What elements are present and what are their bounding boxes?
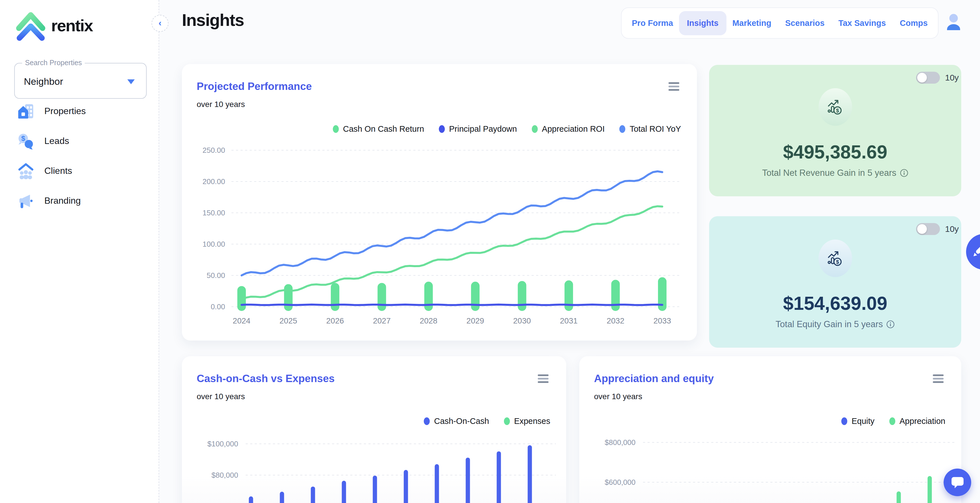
bar (404, 470, 408, 503)
stat-icon-circle: $ (819, 88, 852, 126)
legend-item[interactable]: Total ROI YoY (619, 125, 681, 134)
chat-button[interactable] (943, 469, 971, 496)
edit-button[interactable] (966, 234, 980, 270)
sidebar-collapse-button[interactable]: ‹ (151, 15, 169, 32)
chart-dollar-icon: $ (826, 97, 845, 117)
legend-dot-icon (889, 417, 895, 425)
legend-item[interactable]: Principal Paydown (439, 125, 517, 134)
bar (311, 487, 315, 503)
chart-dollar-icon: $ (826, 249, 845, 268)
tab-scenarios[interactable]: Scenarios (785, 19, 824, 28)
search-properties-label: Search Properties (22, 59, 85, 67)
line-series (242, 305, 662, 305)
chart-legend: EquityAppreciation (841, 417, 945, 426)
legend-dot-icon (841, 417, 847, 425)
legend-label: Total ROI YoY (630, 125, 681, 134)
y-axis-tick: 50.00 (207, 271, 225, 279)
equity-gain-caption: Total Equity Gain in 5 years (709, 319, 961, 329)
x-axis-tick: 2025 (279, 316, 297, 325)
cash-vs-expenses-card: Cash-on-Cash vs Expenses over 10 years C… (182, 356, 566, 503)
page-title: Insights (182, 10, 244, 30)
sidebar-item-properties[interactable]: Properties (0, 96, 159, 126)
bar (611, 279, 620, 311)
x-axis-tick: 2024 (233, 316, 250, 325)
brand-logo[interactable]: rentix (15, 9, 93, 42)
bar (528, 445, 532, 503)
x-axis-tick: 2028 (420, 316, 438, 325)
chat-bubble-icon (951, 476, 964, 489)
sidebar-item-label: Clients (45, 166, 72, 176)
chevron-down-icon (127, 79, 135, 84)
legend-dot-icon (504, 417, 510, 425)
info-icon[interactable] (900, 169, 908, 177)
legend-dot-icon (619, 125, 625, 133)
toggle-label: 10y (945, 73, 959, 83)
period-toggle[interactable] (916, 72, 940, 84)
tab-pro-forma[interactable]: Pro Forma (632, 19, 673, 28)
bar (373, 476, 377, 503)
net-revenue-caption: Total Net Revenue Gain in 5 years (709, 168, 961, 178)
stat-icon-circle: $ (819, 240, 852, 277)
tab-marketing[interactable]: Marketing (732, 19, 772, 28)
net-revenue-stat-card: 10y $ $495,385.69 Total Net Revenue Gain… (709, 65, 961, 196)
svg-text:$: $ (836, 107, 839, 113)
appreciation-equity-card: Appreciation and equity over 10 years Eq… (579, 356, 961, 503)
toggle-label: 10y (945, 224, 959, 234)
brand-name: rentix (51, 16, 93, 35)
bar (284, 284, 293, 311)
sidebar-item-branding[interactable]: Branding (0, 186, 159, 216)
bar (471, 282, 479, 311)
legend-label: Equity (851, 417, 875, 426)
tab-insights[interactable]: Insights (679, 11, 727, 35)
y-axis-tick: 250.00 (202, 146, 225, 155)
x-axis-tick: 2026 (326, 316, 344, 325)
net-revenue-value: $495,385.69 (709, 141, 961, 163)
insights-page: rentix Search Properties Neighbor Proper… (0, 0, 980, 503)
leads-icon: $ (17, 132, 35, 150)
info-icon[interactable] (886, 320, 895, 329)
sidebar-item-label: Leads (45, 136, 69, 146)
tab-comps[interactable]: Comps (900, 19, 928, 28)
bar (518, 281, 527, 311)
cash-vs-expenses-chart: $100,000$80,000$60,000202420252026202720… (182, 356, 566, 503)
chart-legend: Cash On Cash ReturnPrincipal PaydownAppr… (333, 125, 681, 134)
search-properties-value: Neighbor (24, 76, 63, 87)
user-avatar-icon[interactable] (946, 14, 961, 31)
y-axis-tick: $600,000 (605, 478, 636, 487)
y-axis-tick: 150.00 (202, 209, 225, 217)
period-toggle[interactable] (916, 223, 940, 235)
legend-item[interactable]: Cash-On-Cash (424, 417, 489, 426)
y-axis-tick: $800,000 (605, 438, 636, 447)
legend-item[interactable]: Cash On Cash Return (333, 125, 424, 134)
sidebar-nav: Properties $ Leads (0, 96, 159, 216)
search-properties-select[interactable]: Search Properties Neighbor (14, 63, 147, 99)
legend-item[interactable]: Equity (841, 417, 875, 426)
legend-label: Principal Paydown (449, 125, 517, 134)
bar (497, 451, 501, 503)
legend-label: Appreciation ROI (542, 125, 605, 134)
legend-label: Cash-On-Cash (434, 417, 489, 426)
projected-performance-chart: 0.0050.00100.00150.00200.00250.002024202… (182, 64, 697, 340)
equity-gain-stat-card: 10y $ $154,639.09 Total Equity Gain in 5… (709, 216, 961, 348)
legend-item[interactable]: Appreciation (889, 417, 945, 426)
x-axis-tick: 2031 (560, 316, 578, 325)
svg-text:$: $ (836, 259, 839, 265)
bar (249, 497, 253, 503)
sidebar-item-leads[interactable]: $ Leads (0, 126, 159, 156)
legend-dot-icon (333, 125, 339, 133)
legend-label: Expenses (514, 417, 550, 426)
sidebar-item-label: Properties (45, 106, 86, 117)
tab-tax-savings[interactable]: Tax Savings (838, 19, 886, 28)
legend-dot-icon (439, 125, 445, 133)
svg-text:$: $ (21, 134, 25, 142)
legend-item[interactable]: Appreciation ROI (532, 125, 605, 134)
pencil-icon (970, 243, 980, 260)
chart-legend: Cash-On-CashExpenses (424, 417, 550, 426)
equity-gain-value: $154,639.09 (709, 292, 961, 314)
x-axis-tick: 2027 (373, 316, 391, 325)
bar (377, 283, 386, 311)
x-axis-tick: 2033 (654, 316, 671, 325)
legend-item[interactable]: Expenses (504, 417, 550, 426)
sidebar-item-clients[interactable]: Clients (0, 156, 159, 186)
legend-dot-icon (424, 417, 430, 425)
